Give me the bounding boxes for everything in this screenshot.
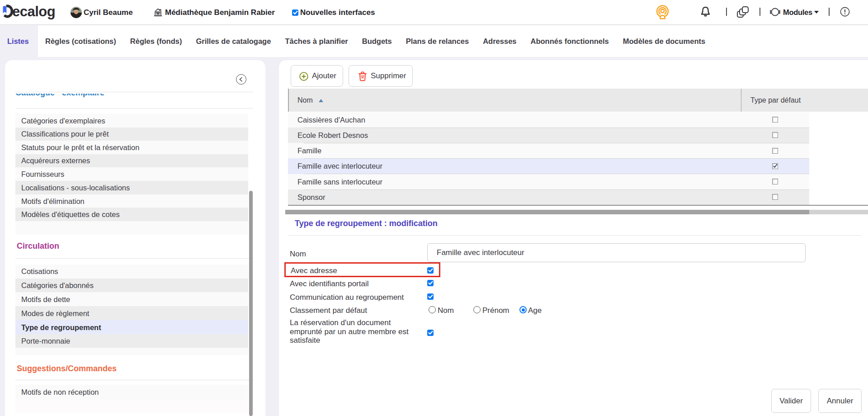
svg-text:ecalog: ecalog: [12, 4, 55, 19]
